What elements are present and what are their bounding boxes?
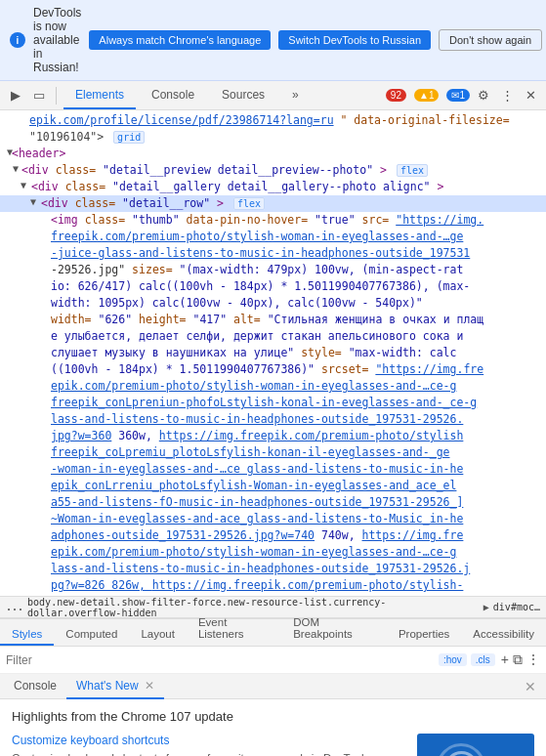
html-line: -29526.jpg" sizes= "(max-width: 479px) 1… — [0, 262, 546, 278]
html-line: е улыбается, делает селфи, держит стакан… — [0, 328, 546, 345]
html-line: lass-and-listens-to-music-in-headphones-… — [0, 411, 546, 428]
cls-tag[interactable]: .cls — [471, 653, 495, 666]
tab-computed[interactable]: Computed — [54, 624, 129, 646]
settings-icon[interactable]: ⚙ — [474, 86, 493, 105]
ellipsis-button[interactable]: ... — [6, 602, 23, 612]
filter-row: :hov .cls + ⧉ ⋮ — [0, 647, 546, 674]
tab-styles[interactable]: Styles — [0, 624, 54, 646]
switch-russian-button[interactable]: Switch DevTools to Russian — [278, 30, 431, 50]
styles-tabs: Styles Computed Layout Event Listeners D… — [0, 619, 546, 647]
html-line: epik_conLrreniu_photoLsfylish-Woman-in-e… — [0, 478, 546, 494]
more-icon[interactable]: ⋮ — [497, 86, 517, 105]
html-line: freepik_conLpreniun-phofoLstylish-konal-… — [0, 395, 546, 411]
tab-properties[interactable]: Properties — [387, 624, 461, 646]
html-line: -woman-in-eyeglasses-and-…ce glass-and-l… — [0, 461, 546, 478]
toolbar-separator — [56, 87, 57, 105]
filter-icons: + ⧉ ⋮ — [501, 651, 540, 668]
filter-input[interactable] — [6, 653, 433, 667]
expand-btn[interactable]: ▼ — [4, 146, 16, 157]
more-styles-button[interactable]: ⋮ — [526, 651, 540, 668]
html-line: ▼ <header> — [0, 146, 546, 162]
html-line-selected[interactable]: ▼ <div class= "detail__row" > flex — [0, 195, 546, 212]
tab-console[interactable]: Console — [4, 674, 66, 699]
html-line: epik.com/profile/license/pdf/23986714?la… — [0, 112, 546, 129]
dont-show-button[interactable]: Don't show again — [439, 29, 542, 51]
feature-desc-keyboard: Customize keyboard shortcuts for your fa… — [12, 752, 372, 756]
tab-more[interactable]: » — [280, 82, 311, 109]
add-filter-button[interactable]: + — [501, 651, 509, 668]
tab-accessibility[interactable]: Accessibility — [461, 624, 546, 646]
close-whats-new-button[interactable]: ✕ — [145, 679, 154, 693]
html-line: epik.com/premium-photo/stylish-woman-in-… — [0, 544, 546, 561]
feature-text: Customize keyboard shortcuts Customize k… — [12, 734, 407, 756]
tab-elements[interactable]: Elements — [63, 82, 136, 109]
html-line: pg?w=826 826w, https://img.freepik.com/p… — [0, 577, 546, 594]
expand-btn[interactable]: ▼ — [18, 179, 29, 190]
html-panel: epik.com/profile/license/pdf/23986714?la… — [0, 110, 546, 596]
grid-badge: grid — [113, 131, 145, 144]
info-icon: i — [10, 32, 25, 48]
expand-btn[interactable]: ▼ — [10, 162, 21, 174]
close-panel-button[interactable]: ✕ — [519, 679, 542, 694]
html-line: -juice-glass-and-listens-to-music-in-hea… — [0, 245, 546, 262]
html-line: adphones-outside_197531-29526.jpg?w=740 … — [0, 527, 546, 544]
html-line: width: 1095px) calc(100vw - 40px), calc(… — [0, 295, 546, 312]
tab-dom-breakpoints[interactable]: DOM Breakpoints — [281, 612, 387, 646]
html-line: width= "626" height= "417" alt= "Стильна… — [0, 312, 546, 328]
feature-thumbnail: new — [417, 734, 534, 756]
feature-link-keyboard[interactable]: Customize keyboard shortcuts — [12, 734, 407, 747]
info-bar: i DevTools is now available in Russian! … — [0, 0, 546, 81]
filter-tags: :hov .cls — [439, 653, 495, 666]
console-area: Console What's New ✕ ✕ Highlights from t… — [0, 674, 546, 756]
html-line: freepik_coLpremiu_plotoLsfylish-konan-il… — [0, 444, 546, 461]
flex-badge-2: flex — [233, 197, 265, 210]
tab-console[interactable]: Console — [140, 82, 206, 109]
toolbar-right: 92 ▲1 ✉1 ⚙ ⋮ ✕ — [382, 86, 540, 105]
info-text: DevTools is now available in Russian! — [33, 6, 81, 74]
flex-badge: flex — [397, 164, 428, 177]
html-line: io: 626/417) calc((100vh - 184px) * 1.50… — [0, 278, 546, 295]
html-line: "10196104"> grid — [0, 129, 546, 146]
status-element: div#moc… — [493, 602, 540, 612]
error-badge: 92 — [386, 89, 406, 102]
whats-new-content: Highlights from the Chrome 107 update Cu… — [0, 699, 546, 756]
html-line: ▼ <div class= "detail__gallery detail__g… — [0, 179, 546, 195]
device-icon[interactable]: ▭ — [29, 86, 49, 105]
tab-sources[interactable]: Sources — [210, 82, 276, 109]
html-line: ~Woman-in-eveglasses-and-ace_glass-and-l… — [0, 511, 546, 527]
warn-badge: ▲1 — [414, 89, 439, 102]
status-divider: ▶ — [483, 602, 489, 612]
html-line: epik.com/premium-photo/stylish-woman-in-… — [0, 378, 546, 395]
tab-event-listeners[interactable]: Event Listeners — [187, 612, 281, 646]
whats-new-title: Highlights from the Chrome 107 update — [12, 709, 534, 724]
html-line: freepik.com/premium-photo/stylish-woman-… — [0, 229, 546, 245]
close-devtools-icon[interactable]: ✕ — [521, 86, 540, 105]
bottom-section: Styles Computed Layout Event Listeners D… — [0, 617, 546, 756]
tab-layout[interactable]: Layout — [129, 624, 187, 646]
html-line: lass-and-listens-to-music-in-headphones-… — [0, 561, 546, 577]
hov-tag[interactable]: :hov — [439, 653, 467, 666]
tab-whats-new[interactable]: What's New ✕ — [66, 674, 164, 699]
cursor-icon[interactable]: ▶ — [6, 86, 25, 105]
console-tabs: Console What's New ✕ ✕ — [0, 674, 546, 699]
html-line: <img class= "thumb" data-pin-no-hover= "… — [0, 212, 546, 229]
match-language-button[interactable]: Always match Chrome's language — [89, 30, 271, 50]
html-line: jpg?w=360 360w, https://img.freepik.com/… — [0, 428, 546, 444]
msg-badge: ✉1 — [446, 89, 470, 102]
html-line: a55-and-listens-fO-music-in-headphones-o… — [0, 494, 546, 511]
html-line: ((100vh - 184px) * 1.5011990407767386)" … — [0, 361, 546, 378]
feature-card-keyboard: Customize keyboard shortcuts Customize k… — [12, 734, 534, 756]
toolbar: ▶ ▭ Elements Console Sources » 92 ▲1 ✉1 … — [0, 81, 546, 110]
html-line: слушает музыку в наушниках на улице" sty… — [0, 345, 546, 361]
copy-styles-button[interactable]: ⧉ — [513, 651, 523, 668]
html-line: ▼ <div class= "detail__preview detail__p… — [0, 162, 546, 179]
expand-btn[interactable]: ▼ — [27, 195, 39, 207]
